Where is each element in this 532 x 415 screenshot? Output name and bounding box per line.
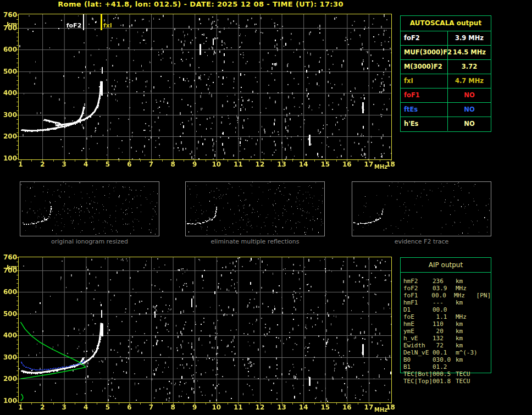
x-axis-tick-label: 10 — [209, 161, 224, 168]
aip-val: 72 — [433, 342, 456, 349]
parameter-value: 3.9 MHz — [448, 31, 491, 45]
x-axis-tick — [195, 160, 195, 162]
x-axis-tick — [173, 160, 174, 162]
thumbnail-eliminate-reflections — [185, 181, 325, 236]
y-axis-tick — [16, 375, 18, 375]
x-axis-tick — [358, 160, 358, 162]
x-axis-tick-label: 6 — [121, 404, 137, 411]
x-axis-tick-label: 12 — [252, 404, 268, 411]
autoscala-output-table: AUTOSCALA output foF23.9 MHzMUF(3000)F21… — [400, 15, 491, 132]
aip-val: 03.9 — [433, 285, 456, 292]
y-axis-tick — [16, 296, 18, 297]
aip-note: [PN] — [476, 292, 491, 299]
x-axis-tick — [303, 160, 304, 162]
y-axis-tick — [16, 124, 18, 124]
autoscala-row: foF23.9 MHz — [401, 31, 491, 46]
aip-lbl: D1 — [403, 306, 433, 313]
x-axis-tick-label: 12 — [252, 161, 268, 168]
foF2-marker-label: foF2 — [64, 23, 81, 29]
autoscala-row: ftEsNO — [401, 103, 491, 117]
aip-val: 001.8 — [433, 378, 456, 385]
aip-val: --- — [433, 299, 456, 306]
x-axis-tick-label: 6 — [121, 161, 137, 168]
x-axis-tick-label: 11 — [230, 161, 246, 168]
parameter-value: NO — [448, 88, 491, 102]
x-axis-tick — [108, 160, 108, 162]
x-axis-tick — [347, 403, 347, 405]
x-axis-tick — [303, 403, 304, 405]
aip-lbl: B0 — [403, 356, 433, 363]
aip-val: 132 — [433, 335, 456, 342]
x-axis-tick — [369, 403, 369, 405]
x-axis-tick — [86, 403, 86, 405]
x-axis-tick-label: 3 — [57, 161, 72, 168]
y-axis-tick — [16, 348, 18, 349]
aip-row: TEC[Bot]000.5TECU — [401, 370, 491, 378]
aip-lbl: foF1 — [403, 292, 431, 299]
y-axis-tick-label: 200 — [1, 375, 17, 382]
y-axis-tick — [16, 136, 18, 137]
aip-val: 00.0 — [431, 292, 454, 299]
aip-table-header: AIP output — [401, 258, 491, 273]
autoscala-table-header: AUTOSCALA output — [401, 16, 491, 31]
aip-unit: MHz — [456, 313, 479, 320]
aip-lbl: TEC[Bot] — [403, 370, 433, 378]
y-axis-tick — [16, 19, 18, 20]
x-axis-tick — [53, 403, 54, 405]
y-axis-tick — [16, 323, 18, 323]
aip-lbl: hmE — [403, 320, 433, 328]
y-axis-tick — [16, 58, 18, 59]
x-axis-tick-label: 7 — [143, 161, 159, 168]
y-axis-tick — [16, 24, 18, 24]
parameter-name: h'Es — [401, 117, 448, 131]
x-axis-tick — [314, 403, 315, 405]
parameter-name: M(3000)F2 — [401, 60, 448, 74]
x-axis-tick — [391, 160, 391, 162]
x-axis-tick — [119, 403, 119, 405]
thumbnail-evidence-f2 — [352, 181, 491, 236]
y-axis-tick — [16, 145, 18, 146]
x-axis-tick — [271, 403, 271, 405]
aip-unit: MHz — [456, 285, 479, 292]
x-axis-tick — [75, 403, 75, 405]
y-axis-tick-label: 100 — [1, 397, 17, 404]
y-axis-tick — [16, 279, 18, 280]
aip-unit: km — [456, 342, 479, 349]
x-axis-tick-label: 3 — [57, 404, 72, 411]
aip-row: ymE 20km — [401, 328, 491, 335]
x-axis-tick-label: 5 — [100, 404, 115, 411]
y-axis-tick — [16, 362, 18, 362]
aip-unit — [456, 306, 479, 313]
y-axis-tick — [16, 314, 18, 314]
y-axis-tick — [16, 154, 18, 154]
y-axis-tick — [16, 132, 18, 133]
autoscala-row: foF1NO — [401, 88, 491, 103]
station-title: Rome (lat: +41.8, lon: 012.5) - DATE: 20… — [0, 0, 401, 8]
x-axis-tick — [282, 160, 282, 162]
y-axis-tick-label: 500 — [1, 68, 17, 75]
x-axis-tick-label: 10 — [209, 404, 224, 411]
aip-lbl: h_vE — [403, 335, 433, 342]
parameter-name: MUF(3000)F2 — [401, 46, 448, 59]
y-axis-tick — [16, 262, 18, 262]
aip-lbl: ymE — [403, 328, 433, 335]
thumbnail-caption: evidence F2 trace — [352, 238, 491, 245]
x-axis-tick — [129, 160, 130, 162]
aip-unit: km — [456, 299, 479, 306]
y-axis-tick-label: 760 — [1, 12, 17, 18]
aip-unit: km — [456, 356, 479, 363]
x-axis-tick — [108, 403, 108, 405]
y-axis-tick — [16, 266, 18, 267]
y-axis-tick-label: 760 — [1, 254, 17, 261]
y-axis-tick — [16, 63, 18, 63]
x-axis-tick — [206, 403, 206, 405]
x-axis-tick — [292, 160, 293, 162]
x-axis-tick — [380, 160, 380, 162]
y-axis-tick-label: 600 — [1, 46, 17, 53]
thumbnail-caption: original ionogram resized — [20, 238, 159, 245]
y-axis-tick — [16, 150, 18, 150]
x-axis-tick — [129, 403, 130, 405]
y-axis-tick — [16, 327, 18, 328]
x-axis-tick — [64, 403, 65, 405]
x-axis-tick — [325, 160, 326, 162]
